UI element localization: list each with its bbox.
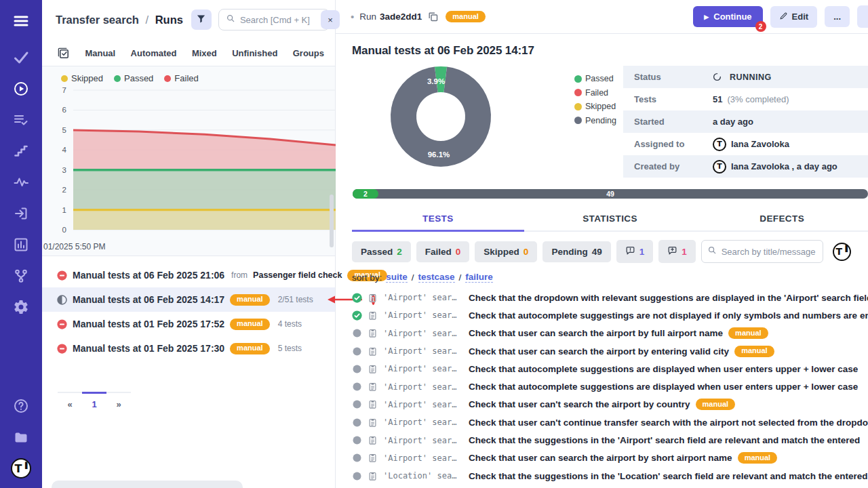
sidebar-branch-icon[interactable]	[11, 266, 31, 286]
runs-search-input[interactable]	[240, 15, 315, 25]
filter-pending[interactable]: Pending 49	[542, 241, 610, 262]
run-from-name[interactable]: Passenger field check	[253, 270, 342, 280]
run-item-title: Manual tests at 01 Feb 2025 17:30	[73, 343, 224, 354]
sidebar-check-icon[interactable]	[11, 47, 31, 68]
test-suite-name: 'Airport' sear…	[383, 453, 463, 463]
tab-statistics[interactable]: STATISTICS	[524, 207, 696, 230]
test-manual-badge: manual	[728, 327, 768, 339]
assignee-avatar[interactable]: T▐	[833, 243, 851, 261]
test-list-item[interactable]: 'Airport' sear…Check that user can searc…	[352, 325, 868, 342]
test-list-item[interactable]: 'Airport' sear…Check that autocomplete s…	[352, 378, 868, 395]
test-list-item[interactable]: 'Location' sea…Check that autocomplete s…	[352, 485, 868, 488]
user-name[interactable]: Iana Zavoloka , a day ago	[731, 161, 837, 171]
more-button[interactable]: ...	[825, 6, 850, 27]
run-status-failed-icon	[57, 344, 67, 354]
run-type-tabs: ManualAutomatedMixedUnfinishedGroups	[42, 37, 335, 66]
continue-notification-badge: 2	[755, 21, 766, 32]
sidebar-play-circle-icon[interactable]	[11, 79, 31, 99]
filter-button[interactable]	[191, 9, 212, 30]
test-status-pending-icon	[352, 418, 362, 428]
pagination-prev[interactable]: «	[58, 393, 82, 413]
run-list-item[interactable]: Manual tests at 01 Feb 2025 17:52manual4…	[42, 312, 335, 336]
sidebar-help-icon[interactable]	[11, 396, 31, 416]
trend-chart-x-label: 01/2025 5:50 PM	[42, 242, 335, 256]
sort-by-testcase[interactable]: testcase	[418, 272, 455, 283]
filter-comment-alert-icon[interactable]: 1	[616, 240, 654, 263]
continue-button[interactable]: ▶ Continue 2	[693, 6, 762, 27]
sort-by-suite[interactable]: suite	[386, 272, 408, 283]
copy-icon[interactable]	[427, 11, 439, 22]
test-status-pending-icon	[352, 328, 362, 338]
test-title: Check that autocomplete suggestings are …	[469, 310, 868, 321]
test-filters-row: Passed 2Failed 0Skipped 0Pending 4911 T▐	[352, 240, 868, 263]
test-manual-badge: manual	[738, 452, 778, 464]
test-title: Check that user can't continue transfer …	[469, 418, 868, 428]
tab-manual[interactable]: Manual	[85, 48, 115, 58]
filter-failed[interactable]: Failed 0	[416, 241, 470, 262]
sort-label: sort by:	[352, 272, 382, 283]
sidebar-menu-icon[interactable]	[11, 11, 31, 31]
tab-tests[interactable]: TESTS	[352, 207, 524, 230]
logo-avatar[interactable]: T▐	[11, 458, 31, 479]
sort-by-failure[interactable]: failure	[465, 272, 493, 283]
tab-unfinished[interactable]: Unfinished	[232, 48, 277, 58]
test-list-item[interactable]: 'Airport' sear…Check that user can searc…	[352, 449, 868, 467]
progress-remaining-label: 49	[353, 189, 868, 199]
tab-mixed[interactable]: Mixed	[192, 48, 217, 58]
clipboard-icon	[368, 310, 378, 321]
select-all-icon[interactable]	[57, 47, 70, 60]
filter-comment-plus-icon[interactable]: 1	[658, 240, 696, 263]
sidebar-activity-icon[interactable]	[11, 172, 31, 192]
sidebar-list-check-icon[interactable]	[11, 110, 31, 130]
clipboard-icon	[368, 435, 378, 445]
tab-automated[interactable]: Automated	[131, 48, 177, 58]
clear-search-button[interactable]: ×	[321, 10, 340, 29]
results-donut-chart: 3.9%96.1%	[387, 63, 494, 173]
run-list-item[interactable]: Manual tests at 06 Feb 2025 14:17manual2…	[42, 287, 335, 312]
test-list-item[interactable]: 'Airport' sear…Check that autocomplete s…	[352, 306, 868, 324]
filter-passed[interactable]: Passed 2	[352, 241, 411, 262]
donut-legend-failed: Failed	[574, 88, 616, 98]
test-list-item[interactable]: 'Airport' sear…Check that the suggestion…	[352, 431, 868, 449]
pagination-page-1[interactable]: 1	[82, 392, 106, 414]
test-title: Check that user can search the airport b…	[469, 452, 777, 464]
runs-trend-chart: Skipped Passed Failed 01234567 01/2025 5…	[42, 66, 335, 256]
run-item-title: Manual tests at 06 Feb 2025 21:06	[73, 270, 224, 281]
filter-count: 2	[397, 247, 402, 257]
test-list-item[interactable]: 'Airport' sear…Check that user can't con…	[352, 413, 868, 431]
sidebar-folder-icon[interactable]	[11, 427, 31, 447]
comment-alert-icon	[625, 245, 635, 258]
breadcrumb-project[interactable]: Transfer search	[56, 14, 139, 26]
info-row-started: Starteda day ago	[623, 110, 868, 133]
run-list-item[interactable]: Manual tests at 06 Feb 2025 21:06fromPas…	[42, 263, 335, 287]
run-type-badge: manual	[230, 319, 270, 330]
legend-dot	[574, 75, 582, 83]
info-row-created-by: Created byTIana Zavoloka , a day ago	[623, 155, 868, 178]
run-type-badge: manual	[230, 343, 270, 354]
test-list-item[interactable]: 'Location' sea…Check that the suggestion…	[352, 467, 868, 485]
tests-search-input[interactable]	[722, 247, 816, 257]
clipped-action-button[interactable]	[857, 5, 868, 28]
test-list-item[interactable]: 'Airport' sear…Check that autocomplete s…	[352, 360, 868, 378]
sidebar-steps-icon[interactable]	[11, 141, 31, 161]
test-list-item[interactable]: 'Airport' sear…Check that the dropdown w…	[352, 289, 868, 306]
user-name[interactable]: Iana Zavoloka	[731, 139, 789, 149]
filter-skipped[interactable]: Skipped 0	[475, 241, 537, 262]
sidebar-gear-icon[interactable]	[11, 297, 31, 317]
tab-groups[interactable]: Groups	[293, 48, 324, 58]
sidebar-bar-chart-icon[interactable]	[11, 235, 31, 255]
filter-count: 49	[592, 247, 602, 257]
test-list-item[interactable]: 'Airport' sear…Check that user can searc…	[352, 342, 868, 360]
test-title: Check that autocomplete suggestions are …	[469, 382, 858, 392]
sidebar: T▐	[0, 0, 42, 488]
run-list-item[interactable]: Manual tests at 01 Feb 2025 17:30manual5…	[42, 336, 335, 361]
sidebar-sign-in-icon[interactable]	[11, 203, 31, 224]
test-status-pending-icon	[352, 453, 362, 463]
run-title: Manual tests at 06 Feb 2025 14:17	[352, 44, 868, 58]
pagination-next[interactable]: »	[106, 393, 131, 413]
tab-defects[interactable]: DEFECTS	[696, 207, 868, 230]
edit-button[interactable]: Edit	[770, 6, 818, 28]
left-panel-scrollbar[interactable]	[330, 195, 334, 247]
test-list-item[interactable]: 'Airport' sear…Check that user can't sea…	[352, 396, 868, 413]
runs-panel-header: Transfer search / Runs ×	[42, 0, 335, 37]
